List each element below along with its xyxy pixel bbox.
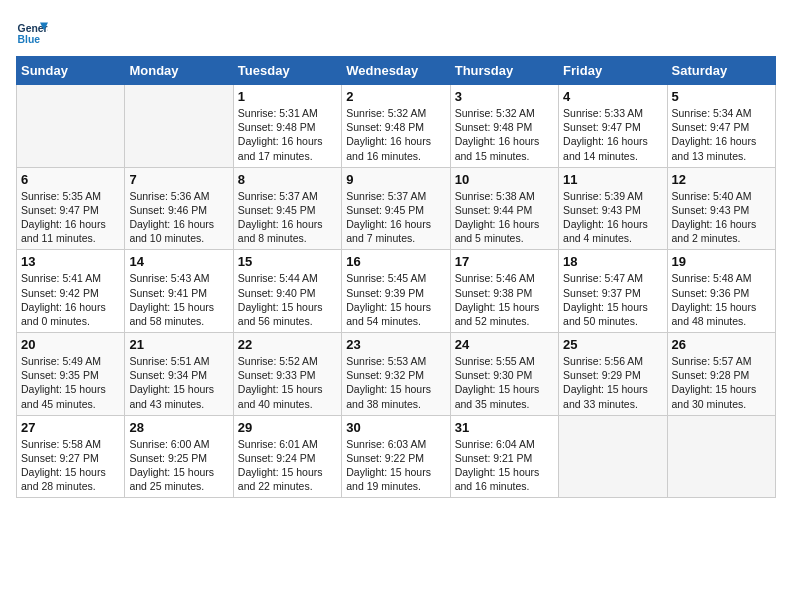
day-info: Sunrise: 5:51 AM Sunset: 9:34 PM Dayligh…	[129, 354, 228, 411]
calendar-cell: 22Sunrise: 5:52 AM Sunset: 9:33 PM Dayli…	[233, 333, 341, 416]
calendar-cell: 19Sunrise: 5:48 AM Sunset: 9:36 PM Dayli…	[667, 250, 775, 333]
day-number: 29	[238, 420, 337, 435]
calendar-cell: 27Sunrise: 5:58 AM Sunset: 9:27 PM Dayli…	[17, 415, 125, 498]
day-info: Sunrise: 5:47 AM Sunset: 9:37 PM Dayligh…	[563, 271, 662, 328]
day-number: 10	[455, 172, 554, 187]
day-header: Monday	[125, 57, 233, 85]
day-info: Sunrise: 5:34 AM Sunset: 9:47 PM Dayligh…	[672, 106, 771, 163]
calendar-cell: 15Sunrise: 5:44 AM Sunset: 9:40 PM Dayli…	[233, 250, 341, 333]
day-number: 31	[455, 420, 554, 435]
day-info: Sunrise: 5:38 AM Sunset: 9:44 PM Dayligh…	[455, 189, 554, 246]
day-number: 23	[346, 337, 445, 352]
calendar-cell: 9Sunrise: 5:37 AM Sunset: 9:45 PM Daylig…	[342, 167, 450, 250]
page-header: General Blue	[16, 16, 776, 48]
day-number: 20	[21, 337, 120, 352]
day-number: 30	[346, 420, 445, 435]
day-info: Sunrise: 5:37 AM Sunset: 9:45 PM Dayligh…	[238, 189, 337, 246]
day-number: 4	[563, 89, 662, 104]
day-info: Sunrise: 5:57 AM Sunset: 9:28 PM Dayligh…	[672, 354, 771, 411]
calendar-cell	[17, 85, 125, 168]
calendar-cell: 30Sunrise: 6:03 AM Sunset: 9:22 PM Dayli…	[342, 415, 450, 498]
calendar-cell: 16Sunrise: 5:45 AM Sunset: 9:39 PM Dayli…	[342, 250, 450, 333]
calendar-cell: 20Sunrise: 5:49 AM Sunset: 9:35 PM Dayli…	[17, 333, 125, 416]
day-number: 21	[129, 337, 228, 352]
day-number: 28	[129, 420, 228, 435]
logo-icon: General Blue	[16, 16, 48, 48]
day-header: Saturday	[667, 57, 775, 85]
day-info: Sunrise: 5:55 AM Sunset: 9:30 PM Dayligh…	[455, 354, 554, 411]
calendar-cell: 1Sunrise: 5:31 AM Sunset: 9:48 PM Daylig…	[233, 85, 341, 168]
day-info: Sunrise: 5:31 AM Sunset: 9:48 PM Dayligh…	[238, 106, 337, 163]
day-info: Sunrise: 5:35 AM Sunset: 9:47 PM Dayligh…	[21, 189, 120, 246]
calendar-cell: 31Sunrise: 6:04 AM Sunset: 9:21 PM Dayli…	[450, 415, 558, 498]
day-info: Sunrise: 5:32 AM Sunset: 9:48 PM Dayligh…	[346, 106, 445, 163]
day-info: Sunrise: 5:40 AM Sunset: 9:43 PM Dayligh…	[672, 189, 771, 246]
calendar-table: SundayMondayTuesdayWednesdayThursdayFrid…	[16, 56, 776, 498]
day-info: Sunrise: 5:45 AM Sunset: 9:39 PM Dayligh…	[346, 271, 445, 328]
calendar-week-row: 20Sunrise: 5:49 AM Sunset: 9:35 PM Dayli…	[17, 333, 776, 416]
day-number: 3	[455, 89, 554, 104]
calendar-cell: 28Sunrise: 6:00 AM Sunset: 9:25 PM Dayli…	[125, 415, 233, 498]
calendar-cell: 17Sunrise: 5:46 AM Sunset: 9:38 PM Dayli…	[450, 250, 558, 333]
day-info: Sunrise: 5:39 AM Sunset: 9:43 PM Dayligh…	[563, 189, 662, 246]
day-info: Sunrise: 5:48 AM Sunset: 9:36 PM Dayligh…	[672, 271, 771, 328]
calendar-week-row: 1Sunrise: 5:31 AM Sunset: 9:48 PM Daylig…	[17, 85, 776, 168]
calendar-cell: 10Sunrise: 5:38 AM Sunset: 9:44 PM Dayli…	[450, 167, 558, 250]
day-number: 13	[21, 254, 120, 269]
calendar-cell: 25Sunrise: 5:56 AM Sunset: 9:29 PM Dayli…	[559, 333, 667, 416]
day-info: Sunrise: 6:03 AM Sunset: 9:22 PM Dayligh…	[346, 437, 445, 494]
calendar-cell: 24Sunrise: 5:55 AM Sunset: 9:30 PM Dayli…	[450, 333, 558, 416]
day-number: 17	[455, 254, 554, 269]
calendar-cell: 7Sunrise: 5:36 AM Sunset: 9:46 PM Daylig…	[125, 167, 233, 250]
day-header: Sunday	[17, 57, 125, 85]
logo: General Blue	[16, 16, 48, 48]
day-number: 6	[21, 172, 120, 187]
day-number: 12	[672, 172, 771, 187]
calendar-cell	[125, 85, 233, 168]
calendar-cell: 23Sunrise: 5:53 AM Sunset: 9:32 PM Dayli…	[342, 333, 450, 416]
calendar-cell: 21Sunrise: 5:51 AM Sunset: 9:34 PM Dayli…	[125, 333, 233, 416]
day-number: 11	[563, 172, 662, 187]
day-info: Sunrise: 5:56 AM Sunset: 9:29 PM Dayligh…	[563, 354, 662, 411]
day-number: 8	[238, 172, 337, 187]
day-info: Sunrise: 5:43 AM Sunset: 9:41 PM Dayligh…	[129, 271, 228, 328]
calendar-cell: 11Sunrise: 5:39 AM Sunset: 9:43 PM Dayli…	[559, 167, 667, 250]
calendar-week-row: 27Sunrise: 5:58 AM Sunset: 9:27 PM Dayli…	[17, 415, 776, 498]
day-number: 9	[346, 172, 445, 187]
day-number: 15	[238, 254, 337, 269]
day-info: Sunrise: 5:53 AM Sunset: 9:32 PM Dayligh…	[346, 354, 445, 411]
calendar-cell: 5Sunrise: 5:34 AM Sunset: 9:47 PM Daylig…	[667, 85, 775, 168]
day-header: Friday	[559, 57, 667, 85]
calendar-cell: 29Sunrise: 6:01 AM Sunset: 9:24 PM Dayli…	[233, 415, 341, 498]
calendar-cell	[667, 415, 775, 498]
day-info: Sunrise: 5:36 AM Sunset: 9:46 PM Dayligh…	[129, 189, 228, 246]
day-number: 7	[129, 172, 228, 187]
day-info: Sunrise: 5:37 AM Sunset: 9:45 PM Dayligh…	[346, 189, 445, 246]
day-info: Sunrise: 5:32 AM Sunset: 9:48 PM Dayligh…	[455, 106, 554, 163]
day-info: Sunrise: 5:44 AM Sunset: 9:40 PM Dayligh…	[238, 271, 337, 328]
calendar-cell: 12Sunrise: 5:40 AM Sunset: 9:43 PM Dayli…	[667, 167, 775, 250]
day-header: Thursday	[450, 57, 558, 85]
calendar-cell: 2Sunrise: 5:32 AM Sunset: 9:48 PM Daylig…	[342, 85, 450, 168]
calendar-cell: 6Sunrise: 5:35 AM Sunset: 9:47 PM Daylig…	[17, 167, 125, 250]
day-header: Wednesday	[342, 57, 450, 85]
calendar-cell	[559, 415, 667, 498]
day-info: Sunrise: 5:52 AM Sunset: 9:33 PM Dayligh…	[238, 354, 337, 411]
day-info: Sunrise: 5:46 AM Sunset: 9:38 PM Dayligh…	[455, 271, 554, 328]
calendar-cell: 3Sunrise: 5:32 AM Sunset: 9:48 PM Daylig…	[450, 85, 558, 168]
calendar-header-row: SundayMondayTuesdayWednesdayThursdayFrid…	[17, 57, 776, 85]
day-number: 19	[672, 254, 771, 269]
day-number: 26	[672, 337, 771, 352]
day-info: Sunrise: 5:49 AM Sunset: 9:35 PM Dayligh…	[21, 354, 120, 411]
day-header: Tuesday	[233, 57, 341, 85]
calendar-cell: 18Sunrise: 5:47 AM Sunset: 9:37 PM Dayli…	[559, 250, 667, 333]
day-info: Sunrise: 5:58 AM Sunset: 9:27 PM Dayligh…	[21, 437, 120, 494]
day-number: 18	[563, 254, 662, 269]
day-info: Sunrise: 6:04 AM Sunset: 9:21 PM Dayligh…	[455, 437, 554, 494]
day-info: Sunrise: 5:41 AM Sunset: 9:42 PM Dayligh…	[21, 271, 120, 328]
calendar-cell: 8Sunrise: 5:37 AM Sunset: 9:45 PM Daylig…	[233, 167, 341, 250]
day-number: 25	[563, 337, 662, 352]
calendar-cell: 4Sunrise: 5:33 AM Sunset: 9:47 PM Daylig…	[559, 85, 667, 168]
day-number: 1	[238, 89, 337, 104]
day-number: 16	[346, 254, 445, 269]
